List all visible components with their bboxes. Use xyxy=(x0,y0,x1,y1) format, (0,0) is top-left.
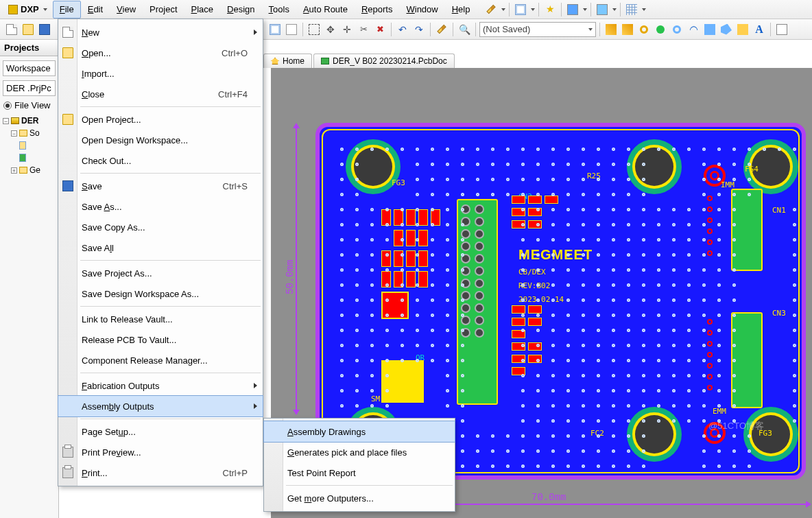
mi-save-workspace-as[interactable]: Save Design Workspace As... xyxy=(58,283,263,304)
dxp-menu[interactable]: DXP xyxy=(3,4,53,14)
via-grid xyxy=(333,141,788,462)
menu-autoroute[interactable]: Auto Route xyxy=(296,1,355,19)
tb-clip[interactable] xyxy=(284,22,299,37)
menu-tools[interactable]: Tools xyxy=(262,1,296,19)
tb-find[interactable]: 🔍 xyxy=(457,22,472,37)
tree-generated[interactable]: +Ge xyxy=(3,164,56,176)
select-icon xyxy=(309,24,320,35)
file-view-radio[interactable]: File View xyxy=(3,100,55,110)
mi-check-out[interactable]: Check Out... xyxy=(58,150,263,171)
menu-file[interactable]: File xyxy=(53,1,81,19)
menu-edit[interactable]: Edit xyxy=(81,1,110,19)
star-icon: ★ xyxy=(545,4,556,15)
tb-via3[interactable] xyxy=(669,22,684,37)
tree-doc1[interactable] xyxy=(3,139,56,152)
tb-star[interactable]: ★ xyxy=(542,2,558,17)
project-field[interactable]: DER .PrjPc xyxy=(3,80,56,96)
mi-save-as[interactable]: Save As... xyxy=(58,196,263,217)
tb-select[interactable] xyxy=(307,22,322,37)
mi-print[interactable]: Print...Ctrl+P xyxy=(58,462,263,483)
menu-reports[interactable]: Reports xyxy=(355,1,400,19)
mi-save-all[interactable]: Save All xyxy=(58,237,263,258)
mi-open-workspace[interactable]: Open Design Workspace... xyxy=(58,130,263,150)
menu-view[interactable]: View xyxy=(110,1,143,19)
dim-height-label: 50.0mm xyxy=(285,260,296,294)
tb-undo[interactable]: ↶ xyxy=(395,22,410,37)
tb-via1[interactable] xyxy=(636,22,652,37)
separator xyxy=(391,23,392,36)
tb-new[interactable] xyxy=(4,22,19,37)
mi-new[interactable]: New xyxy=(58,22,263,43)
via-icon xyxy=(673,25,681,34)
mi-pick-place[interactable]: Generates pick and place files xyxy=(264,442,455,462)
mi-save-project-as[interactable]: Save Project As... xyxy=(58,263,263,283)
saved-state-combo[interactable]: (Not Saved) xyxy=(479,22,596,37)
tb-arc[interactable]: ◠ xyxy=(686,22,701,37)
tb-route2[interactable] xyxy=(620,22,635,37)
mi-print-preview[interactable]: Print Preview... xyxy=(58,442,263,462)
mi-asm-drawings[interactable]: Assembly Drawings xyxy=(264,421,455,442)
region-icon xyxy=(737,24,748,35)
mi-link-vault[interactable]: Link to Release Vault... xyxy=(58,309,263,329)
tb-route1[interactable] xyxy=(604,22,619,37)
mi-asm-outputs[interactable]: Assembly Outputs xyxy=(58,396,263,416)
chevron-down-icon[interactable] xyxy=(583,8,587,11)
tb-sheet2[interactable] xyxy=(267,22,283,37)
menu-window[interactable]: Window xyxy=(399,1,444,19)
route-icon xyxy=(622,24,633,35)
project-tree[interactable]: −DER −So +Ge xyxy=(3,115,56,176)
tb-comp[interactable] xyxy=(774,22,789,37)
workspace-field[interactable]: Workspace xyxy=(3,60,56,76)
mi-more-outputers[interactable]: Get more Outputers... xyxy=(264,488,455,508)
print-preview-icon xyxy=(62,447,73,458)
tb-color1[interactable] xyxy=(565,2,580,17)
tab-home-label: Home xyxy=(283,56,304,66)
tb-poly[interactable] xyxy=(719,22,734,37)
mi-test-point[interactable]: Test Point Report xyxy=(264,462,455,483)
tb-pencil[interactable] xyxy=(483,2,499,17)
tb-cut[interactable]: ✂ xyxy=(356,22,371,37)
saved-state-text: (Not Saved) xyxy=(483,24,530,34)
mi-save[interactable]: SaveCtrl+S xyxy=(58,176,263,196)
separator xyxy=(561,3,562,16)
tb-via2[interactable] xyxy=(653,22,668,37)
tab-home[interactable]: Home xyxy=(263,54,312,68)
mi-open[interactable]: Open...Ctrl+O xyxy=(58,43,263,63)
file-menu-dropdown: New Open...Ctrl+O Import... CloseCtrl+F4… xyxy=(58,19,263,486)
menu-design[interactable]: Design xyxy=(220,1,261,19)
menu-place[interactable]: Place xyxy=(184,1,221,19)
tree-doc2[interactable] xyxy=(3,152,56,164)
tb-save[interactable] xyxy=(37,22,52,37)
mi-open-project[interactable]: Open Project... xyxy=(58,109,263,130)
tb-text[interactable]: A xyxy=(752,22,767,37)
mi-save-copy-as[interactable]: Save Copy As... xyxy=(58,217,263,237)
redo-icon: ↷ xyxy=(415,24,423,35)
tb-move[interactable]: ✥ xyxy=(323,22,338,37)
chevron-down-icon[interactable] xyxy=(642,8,646,11)
tb-sheet[interactable] xyxy=(513,2,528,17)
menu-project[interactable]: Project xyxy=(143,1,184,19)
menu-help[interactable]: Help xyxy=(445,1,477,19)
chevron-down-icon[interactable] xyxy=(531,8,535,11)
mi-page-setup[interactable]: Page Setup... xyxy=(58,421,263,442)
tab-pcbdoc[interactable]: DER_V B02 20230214.PcbDoc xyxy=(313,54,455,68)
tb-grid[interactable] xyxy=(624,2,639,17)
chevron-down-icon[interactable] xyxy=(501,8,505,11)
tb-delete[interactable]: ✖ xyxy=(372,22,387,37)
mi-close[interactable]: CloseCtrl+F4 xyxy=(58,84,263,104)
mi-fab-outputs[interactable]: Fabrication Outputs xyxy=(58,375,263,396)
chevron-down-icon[interactable] xyxy=(612,8,617,11)
tree-sources[interactable]: −So xyxy=(3,127,56,139)
mi-import[interactable]: Import... xyxy=(58,63,263,84)
tb-target[interactable]: ✛ xyxy=(339,22,355,37)
tb-redo[interactable]: ↷ xyxy=(411,22,427,37)
tb-fill[interactable] xyxy=(702,22,717,37)
mi-release-pcb[interactable]: Release PCB To Vault... xyxy=(58,329,263,350)
tab-pcbdoc-label: DER_V B02 20230214.PcbDoc xyxy=(333,56,447,66)
mi-comp-release[interactable]: Component Release Manager... xyxy=(58,350,263,370)
tb-open[interactable] xyxy=(21,22,36,37)
tb-region[interactable] xyxy=(735,22,750,37)
tree-root[interactable]: −DER xyxy=(3,115,56,127)
tb-pencil2[interactable] xyxy=(434,22,449,37)
tb-color2[interactable] xyxy=(595,2,610,17)
